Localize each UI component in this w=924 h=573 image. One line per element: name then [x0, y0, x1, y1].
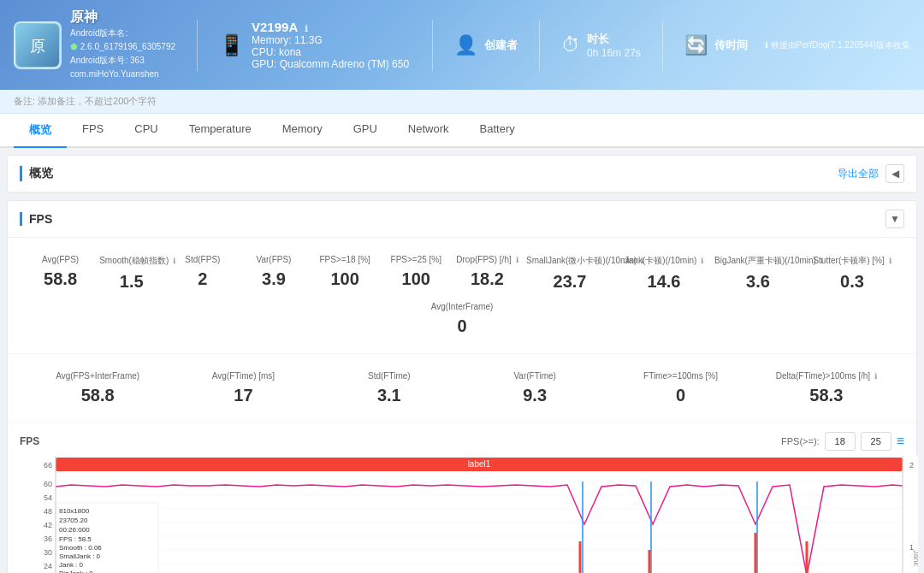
- svg-text:原: 原: [30, 38, 45, 55]
- duration-value: 0h 16m 27s: [587, 47, 641, 59]
- creator-icon: 👤: [454, 34, 477, 56]
- tab-gpu[interactable]: GPU: [338, 114, 393, 148]
- svg-text:FPS       : 58.5: FPS : 58.5: [59, 535, 92, 543]
- stat-fps18: FPS>=18 [%] 100: [310, 250, 381, 297]
- tab-fps[interactable]: FPS: [67, 114, 119, 148]
- fps-threshold-controls: FPS(>=): ≡: [781, 432, 904, 451]
- divider3: [539, 20, 540, 71]
- app-header: 原 原神 Android版本名: ⬟ 2.6.0_6179196_6305792…: [0, 0, 924, 90]
- app-details: 原神 Android版本名: ⬟ 2.6.0_6179196_6305792 A…: [70, 9, 175, 81]
- stat-ftime100: FTime>=100ms [%] 0: [607, 366, 753, 411]
- fps-threshold-label: FPS(>=):: [781, 436, 820, 446]
- fps-chart-section: FPS FPS(>=): ≡ 66 60 54 48 42 36 30 24: [8, 423, 916, 573]
- divider2: [432, 20, 433, 71]
- transfer-content: 传时间: [714, 38, 748, 53]
- device-info: V2199A ℹ Memory: 11.3G CPU: kona GPU: Qu…: [252, 20, 409, 70]
- fps-threshold-input1[interactable]: [825, 432, 856, 451]
- duration-label: 时长: [587, 32, 641, 47]
- stat-fps25: FPS>=25 [%] 100: [381, 250, 452, 297]
- remark-bar[interactable]: 备注: 添加备注，不超过200个字符: [0, 90, 924, 114]
- chart-label: FPS: [20, 435, 39, 447]
- fps-stats-row2: Avg(FPS+InterFrame) 58.8 Avg(FTime) [ms]…: [8, 354, 916, 423]
- app-package: com.miHoYo.Yuanshen: [70, 68, 175, 81]
- android-name-label: Android版本名:: [70, 27, 175, 40]
- transfer-icon: 🔄: [684, 34, 708, 56]
- stat-var-ftime: Var(FTime) 9.3: [462, 366, 607, 411]
- transfer-section: 🔄 传时间: [684, 34, 748, 56]
- svg-text:SmallJank : 0: SmallJank : 0: [59, 552, 101, 560]
- svg-text:42: 42: [44, 521, 52, 529]
- remark-text: 备注: 添加备注，不超过200个字符: [14, 96, 157, 106]
- creator-label: 创建者: [484, 38, 518, 53]
- fps-collapse-button[interactable]: ▼: [886, 210, 904, 228]
- app-meta: Android版本名: ⬟ 2.6.0_6179196_6305792 Andr…: [70, 27, 175, 81]
- svg-text:2: 2: [909, 461, 914, 470]
- device-cpu: CPU: kona: [252, 46, 409, 58]
- overview-section-header: 概览 导出全部 ◀: [8, 156, 916, 192]
- svg-text:810x1800: 810x1800: [59, 507, 90, 515]
- fps-section: FPS ▼ Avg(FPS) 58.8 Smooth(稳帧指数) ℹ 1.5 S…: [7, 200, 917, 573]
- nav-tabs: 概览 FPS CPU Temperature Memory GPU Networ…: [0, 114, 924, 148]
- export-label: 导出全部: [838, 167, 879, 181]
- app-version: ⬟ 2.6.0_6179196_6305792: [70, 40, 175, 54]
- stat-var-fps: Var(FPS) 3.9: [238, 250, 309, 297]
- tab-battery[interactable]: Battery: [465, 114, 530, 148]
- svg-text:48: 48: [44, 507, 52, 516]
- app-name: 原神: [70, 9, 175, 27]
- perfdog-notice: ℹ 救援由PerfDog(7.1.220544)版本收集: [765, 39, 910, 51]
- fps-chart-container: 66 60 54 48 42 36 30 24 18 12 6 0 2 1 0 …: [20, 456, 904, 573]
- tab-memory[interactable]: Memory: [267, 114, 338, 148]
- svg-text:Jank      : 0: Jank : 0: [59, 561, 84, 569]
- stat-avg-fps-inter: Avg(FPS+InterFrame) 58.8: [25, 366, 170, 411]
- duration-section: ⏱ 时长 0h 16m 27s: [561, 32, 641, 59]
- svg-text:60: 60: [44, 480, 52, 488]
- chart-toggle-button[interactable]: ≡: [897, 434, 904, 449]
- transfer-label: 传时间: [714, 38, 748, 53]
- stat-smalljank: SmallJank(微小卡顿)(/10min) ℹ 23.7: [523, 250, 617, 297]
- stat-avg-interframe: Avg(InterFrame) 0: [25, 297, 899, 341]
- app-avatar: 原: [14, 21, 62, 69]
- divider4: [662, 20, 663, 71]
- tab-cpu[interactable]: CPU: [119, 114, 173, 148]
- duration-icon: ⏱: [561, 34, 580, 56]
- overview-section: 概览 导出全部 ◀: [7, 155, 917, 193]
- android-ver: Android版本号: 363: [70, 54, 175, 68]
- stat-drop-fps: Drop(FPS) [/h] ℹ 18.2: [452, 250, 523, 297]
- stat-std-fps: Std(FPS) 2: [167, 250, 238, 297]
- creator-content: 创建者: [484, 38, 518, 53]
- svg-text:Smooth    : 0.06: Smooth : 0.06: [59, 544, 102, 552]
- overview-title: 概览: [20, 166, 53, 181]
- stat-delta-ftime: Delta(FTime)>100ms [/h] ℹ 58.3: [754, 366, 899, 411]
- svg-text:Jank: Jank: [912, 550, 918, 567]
- chart-header: FPS FPS(>=): ≡: [20, 432, 904, 451]
- device-icon: 📱: [219, 33, 245, 57]
- export-all-button[interactable]: 导出全部: [838, 167, 879, 181]
- device-name: V2199A ℹ: [252, 20, 409, 34]
- svg-text:54: 54: [44, 493, 52, 502]
- stat-std-ftime: Std(FTime) 3.1: [317, 366, 462, 411]
- svg-text:23705.20: 23705.20: [59, 517, 88, 524]
- device-memory: Memory: 11.3G: [252, 34, 409, 46]
- collapse-button[interactable]: ◀: [886, 164, 904, 183]
- tab-network[interactable]: Network: [393, 114, 465, 148]
- tab-overview[interactable]: 概览: [14, 114, 67, 148]
- fps-title: FPS: [20, 212, 52, 226]
- svg-text:36: 36: [44, 535, 52, 543]
- duration-content: 时长 0h 16m 27s: [587, 32, 641, 59]
- svg-text:BigJank   : 0: BigJank : 0: [59, 570, 93, 573]
- svg-text:24: 24: [44, 562, 52, 570]
- device-section: 📱 V2199A ℹ Memory: 11.3G CPU: kona GPU: …: [219, 20, 411, 70]
- creator-section: 👤 创建者: [454, 34, 518, 56]
- stat-bigjank: BigJank(严重卡顿)(/10min) ℹ 3.6: [711, 250, 805, 297]
- svg-text:66: 66: [44, 461, 52, 470]
- fps-section-header: FPS ▼: [8, 201, 916, 238]
- stat-stutter: Stutter(卡顿率) [%] ℹ 0.3: [805, 250, 899, 297]
- stat-avg-fps: Avg(FPS) 58.8: [25, 250, 96, 297]
- tab-temperature[interactable]: Temperature: [174, 114, 267, 148]
- fps-threshold-input2[interactable]: [861, 432, 891, 451]
- stat-avg-ftime: Avg(FTime) [ms] 17: [170, 366, 316, 411]
- divider1: [197, 20, 198, 71]
- svg-text:00:26:000: 00:26:000: [59, 526, 90, 534]
- app-info-section: 原 原神 Android版本名: ⬟ 2.6.0_6179196_6305792…: [14, 9, 175, 81]
- fps-stats-row1: Avg(FPS) 58.8 Smooth(稳帧指数) ℹ 1.5 Std(FPS…: [8, 238, 916, 354]
